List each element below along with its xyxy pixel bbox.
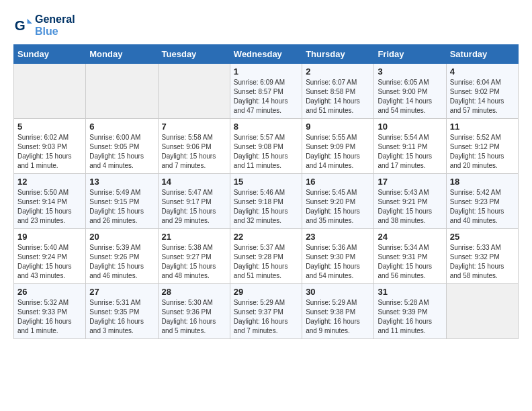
- day-cell: [14, 64, 86, 119]
- day-info: Sunrise: 5:30 AM Sunset: 9:36 PM Dayligh…: [162, 298, 226, 336]
- day-number: 24: [378, 232, 442, 242]
- svg-marker-1: [28, 19, 32, 24]
- day-number: 18: [450, 177, 515, 187]
- day-cell: 8Sunrise: 5:57 AM Sunset: 9:08 PM Daylig…: [230, 119, 302, 174]
- day-number: 21: [162, 232, 226, 242]
- day-header-wednesday: Wednesday: [230, 45, 302, 64]
- day-number: 30: [306, 287, 370, 297]
- logo-icon: G: [13, 16, 32, 35]
- day-number: 17: [378, 177, 442, 187]
- day-cell: 22Sunrise: 5:37 AM Sunset: 9:28 PM Dayli…: [230, 229, 302, 284]
- week-row-5: 26Sunrise: 5:32 AM Sunset: 9:33 PM Dayli…: [14, 284, 519, 339]
- day-cell: 24Sunrise: 5:34 AM Sunset: 9:31 PM Dayli…: [374, 229, 446, 284]
- week-row-2: 5Sunrise: 6:02 AM Sunset: 9:03 PM Daylig…: [14, 119, 519, 174]
- day-cell: 7Sunrise: 5:58 AM Sunset: 9:06 PM Daylig…: [158, 119, 230, 174]
- week-row-3: 12Sunrise: 5:50 AM Sunset: 9:14 PM Dayli…: [14, 174, 519, 229]
- logo-line2: Blue: [35, 26, 75, 38]
- day-number: 20: [89, 232, 154, 242]
- day-cell: 3Sunrise: 6:05 AM Sunset: 9:00 PM Daylig…: [374, 64, 446, 119]
- day-info: Sunrise: 5:52 AM Sunset: 9:12 PM Dayligh…: [450, 133, 515, 171]
- day-info: Sunrise: 5:57 AM Sunset: 9:08 PM Dayligh…: [234, 133, 298, 171]
- day-number: 13: [89, 177, 154, 187]
- day-info: Sunrise: 5:37 AM Sunset: 9:28 PM Dayligh…: [234, 243, 298, 281]
- day-cell: 2Sunrise: 6:07 AM Sunset: 8:58 PM Daylig…: [302, 64, 374, 119]
- day-cell: 29Sunrise: 5:29 AM Sunset: 9:37 PM Dayli…: [230, 284, 302, 339]
- day-info: Sunrise: 5:58 AM Sunset: 9:06 PM Dayligh…: [162, 133, 226, 171]
- day-header-saturday: Saturday: [446, 45, 518, 64]
- day-cell: 19Sunrise: 5:40 AM Sunset: 9:24 PM Dayli…: [14, 229, 86, 284]
- day-info: Sunrise: 5:42 AM Sunset: 9:23 PM Dayligh…: [450, 188, 515, 226]
- day-cell: 1Sunrise: 6:09 AM Sunset: 8:57 PM Daylig…: [230, 64, 302, 119]
- day-number: 2: [306, 66, 370, 77]
- day-info: Sunrise: 5:38 AM Sunset: 9:27 PM Dayligh…: [162, 243, 226, 281]
- day-info: Sunrise: 5:39 AM Sunset: 9:26 PM Dayligh…: [89, 243, 154, 281]
- day-info: Sunrise: 6:02 AM Sunset: 9:03 PM Dayligh…: [17, 133, 82, 171]
- day-cell: 20Sunrise: 5:39 AM Sunset: 9:26 PM Dayli…: [86, 229, 158, 284]
- header-row: SundayMondayTuesdayWednesdayThursdayFrid…: [14, 45, 519, 64]
- day-header-tuesday: Tuesday: [158, 45, 230, 64]
- day-cell: 11Sunrise: 5:52 AM Sunset: 9:12 PM Dayli…: [446, 119, 518, 174]
- day-number: 26: [17, 287, 82, 297]
- day-cell: 12Sunrise: 5:50 AM Sunset: 9:14 PM Dayli…: [14, 174, 86, 229]
- day-cell: 10Sunrise: 5:54 AM Sunset: 9:11 PM Dayli…: [374, 119, 446, 174]
- day-number: 10: [378, 122, 442, 132]
- day-cell: [158, 64, 230, 119]
- day-number: 22: [234, 232, 298, 242]
- day-number: 16: [306, 177, 370, 187]
- day-number: 5: [17, 122, 82, 132]
- day-number: 27: [89, 287, 154, 297]
- day-cell: 27Sunrise: 5:31 AM Sunset: 9:35 PM Dayli…: [86, 284, 158, 339]
- day-number: 15: [234, 177, 298, 187]
- svg-text:G: G: [15, 17, 26, 33]
- day-header-friday: Friday: [374, 45, 446, 64]
- week-row-1: 1Sunrise: 6:09 AM Sunset: 8:57 PM Daylig…: [14, 64, 519, 119]
- day-info: Sunrise: 5:45 AM Sunset: 9:20 PM Dayligh…: [306, 188, 370, 226]
- day-cell: 14Sunrise: 5:47 AM Sunset: 9:17 PM Dayli…: [158, 174, 230, 229]
- day-number: 23: [306, 232, 370, 242]
- day-number: 6: [89, 122, 154, 132]
- day-cell: 25Sunrise: 5:33 AM Sunset: 9:32 PM Dayli…: [446, 229, 518, 284]
- day-cell: [446, 284, 518, 339]
- day-number: 11: [450, 122, 515, 132]
- day-header-monday: Monday: [86, 45, 158, 64]
- day-cell: 28Sunrise: 5:30 AM Sunset: 9:36 PM Dayli…: [158, 284, 230, 339]
- day-info: Sunrise: 5:55 AM Sunset: 9:09 PM Dayligh…: [306, 133, 370, 171]
- day-cell: 15Sunrise: 5:46 AM Sunset: 9:18 PM Dayli…: [230, 174, 302, 229]
- day-info: Sunrise: 5:43 AM Sunset: 9:21 PM Dayligh…: [378, 188, 442, 226]
- day-info: Sunrise: 5:29 AM Sunset: 9:37 PM Dayligh…: [234, 298, 298, 336]
- day-info: Sunrise: 6:04 AM Sunset: 9:02 PM Dayligh…: [450, 78, 515, 116]
- day-number: 9: [306, 122, 370, 132]
- day-number: 4: [450, 66, 515, 77]
- day-info: Sunrise: 6:07 AM Sunset: 8:58 PM Dayligh…: [306, 78, 370, 116]
- day-number: 12: [17, 177, 82, 187]
- day-info: Sunrise: 5:29 AM Sunset: 9:38 PM Dayligh…: [306, 298, 370, 336]
- day-cell: 13Sunrise: 5:49 AM Sunset: 9:15 PM Dayli…: [86, 174, 158, 229]
- day-cell: 6Sunrise: 6:00 AM Sunset: 9:05 PM Daylig…: [86, 119, 158, 174]
- day-info: Sunrise: 6:09 AM Sunset: 8:57 PM Dayligh…: [234, 78, 298, 116]
- day-header-sunday: Sunday: [14, 45, 86, 64]
- logo: G General Blue: [13, 13, 75, 38]
- day-info: Sunrise: 5:47 AM Sunset: 9:17 PM Dayligh…: [162, 188, 226, 226]
- day-cell: 30Sunrise: 5:29 AM Sunset: 9:38 PM Dayli…: [302, 284, 374, 339]
- day-cell: 21Sunrise: 5:38 AM Sunset: 9:27 PM Dayli…: [158, 229, 230, 284]
- day-info: Sunrise: 5:28 AM Sunset: 9:39 PM Dayligh…: [378, 298, 442, 336]
- day-number: 3: [378, 66, 442, 77]
- day-cell: 5Sunrise: 6:02 AM Sunset: 9:03 PM Daylig…: [14, 119, 86, 174]
- day-number: 29: [234, 287, 298, 297]
- day-info: Sunrise: 5:50 AM Sunset: 9:14 PM Dayligh…: [17, 188, 82, 226]
- day-cell: 26Sunrise: 5:32 AM Sunset: 9:33 PM Dayli…: [14, 284, 86, 339]
- week-row-4: 19Sunrise: 5:40 AM Sunset: 9:24 PM Dayli…: [14, 229, 519, 284]
- day-cell: 4Sunrise: 6:04 AM Sunset: 9:02 PM Daylig…: [446, 64, 518, 119]
- day-number: 8: [234, 122, 298, 132]
- day-number: 14: [162, 177, 226, 187]
- logo-line1: General: [35, 13, 75, 26]
- day-number: 1: [234, 66, 298, 77]
- day-info: Sunrise: 5:33 AM Sunset: 9:32 PM Dayligh…: [450, 243, 515, 281]
- day-info: Sunrise: 5:49 AM Sunset: 9:15 PM Dayligh…: [89, 188, 154, 226]
- day-info: Sunrise: 5:34 AM Sunset: 9:31 PM Dayligh…: [378, 243, 442, 281]
- day-cell: 23Sunrise: 5:36 AM Sunset: 9:30 PM Dayli…: [302, 229, 374, 284]
- day-header-thursday: Thursday: [302, 45, 374, 64]
- day-cell: 18Sunrise: 5:42 AM Sunset: 9:23 PM Dayli…: [446, 174, 518, 229]
- day-info: Sunrise: 5:31 AM Sunset: 9:35 PM Dayligh…: [89, 298, 154, 336]
- day-info: Sunrise: 5:46 AM Sunset: 9:18 PM Dayligh…: [234, 188, 298, 226]
